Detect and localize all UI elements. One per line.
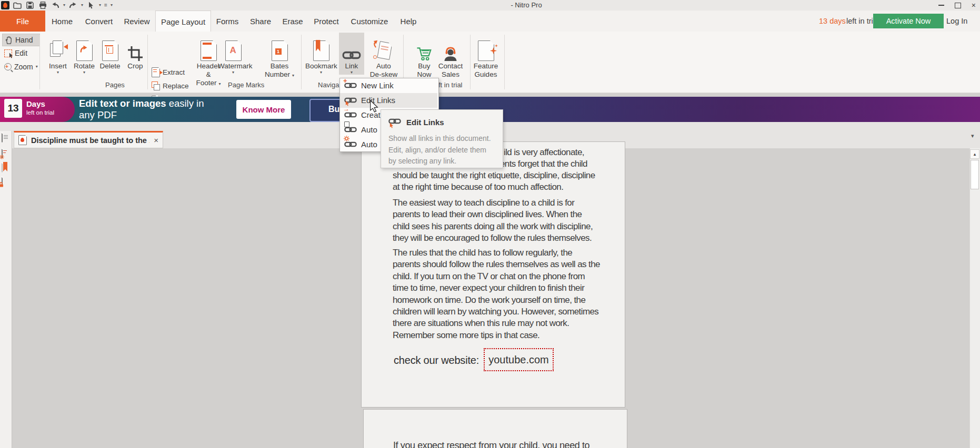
minimize-button[interactable]: [938, 5, 944, 6]
undo-icon[interactable]: [51, 1, 60, 9]
hand-tool-button[interactable]: Hand: [2, 34, 40, 46]
window-title: - Nitro Pro: [474, 1, 579, 9]
auto-link-gear-icon: [340, 140, 361, 148]
select-tool-dropdown-icon[interactable]: ▾: [99, 3, 101, 7]
tab-customize[interactable]: Customize: [346, 11, 394, 32]
banner-buy-label: Bu: [328, 105, 339, 114]
redo-icon[interactable]: [68, 1, 78, 9]
nitro-logo-icon: [1, 1, 9, 9]
extract-button[interactable]: Extract: [152, 67, 185, 77]
edit-tool-button[interactable]: Edit: [2, 47, 39, 59]
auto-deskew-button[interactable]: Auto De-skew: [366, 33, 402, 79]
bates-number-label: Bates Number ▾: [263, 62, 296, 79]
tab-page-layout[interactable]: Page Layout: [155, 11, 211, 32]
menu-item-new-link[interactable]: + New Link: [340, 78, 437, 93]
zoom-dropdown-icon: ▾: [36, 65, 38, 69]
menu-bar: File Home Convert Review Page Layout For…: [0, 11, 980, 32]
buy-now-label: Buy Now: [412, 62, 437, 79]
tab-erase[interactable]: Erase: [277, 11, 308, 32]
nitro-pro-window: ▾ ▾ ▾ ≡ ▾ - Nitro Pro × File Home Conver…: [0, 0, 980, 448]
delete-pages-button[interactable]: Delete: [98, 33, 122, 70]
tab-protect[interactable]: Protect: [308, 11, 344, 32]
trial-days-number: 13: [4, 99, 22, 118]
rotate-pages-icon: [72, 33, 97, 62]
group-label-page-marks: Page Marks: [228, 81, 264, 89]
rotate-label: Rotate: [72, 62, 97, 70]
title-bar: ▾ ▾ ▾ ≡ ▾ - Nitro Pro ×: [0, 0, 980, 11]
bookmark-dropdown-icon: ▾: [305, 70, 337, 75]
tab-bar-chevron-icon[interactable]: ▾: [971, 133, 974, 139]
tooltip-body: Show all links in this document. Edit, a…: [388, 133, 491, 167]
crop-pages-button[interactable]: Crop: [123, 33, 147, 70]
tab-share[interactable]: Share: [245, 11, 276, 32]
doc-paragraph3: The rules that the child has to follow r…: [393, 247, 600, 341]
replace-label: Replace: [163, 82, 189, 90]
doc-link-prefix: check our website:: [394, 354, 479, 366]
login-button[interactable]: Log In: [946, 11, 967, 32]
link-button[interactable]: Link ▾: [339, 33, 364, 75]
save-icon[interactable]: [25, 1, 35, 9]
undo-dropdown-icon[interactable]: ▾: [63, 3, 65, 7]
know-more-button[interactable]: Know More: [236, 100, 291, 119]
trial-days-blob: 13 Days left on trial: [0, 97, 75, 122]
select-tool-icon[interactable]: [86, 1, 96, 9]
tab-file[interactable]: File: [0, 11, 45, 32]
doc-paragraph1-fragment1: ild is very affectionate,: [504, 147, 584, 158]
link-icon: [339, 33, 364, 62]
delete-pages-icon: [98, 33, 122, 62]
document-tab[interactable]: Discipline must be taught to the ... ×: [14, 131, 163, 148]
insert-pages-button[interactable]: Insert ▾: [45, 33, 71, 75]
tooltip-title: Edit Links: [406, 118, 444, 127]
activate-now-button[interactable]: Activate Now: [873, 14, 944, 28]
tab-forms[interactable]: Forms: [211, 11, 244, 32]
auto-link-label-2: Auto: [361, 140, 377, 149]
extract-label: Extract: [163, 68, 185, 76]
customize-qat-icon[interactable]: ≡: [104, 3, 107, 7]
new-link-icon: +: [340, 82, 361, 89]
tab-convert[interactable]: Convert: [80, 11, 118, 32]
scrollbar-thumb[interactable]: [971, 160, 979, 189]
watermark-dropdown-icon: ▾: [218, 70, 248, 75]
rotate-dropdown-icon: ▾: [72, 70, 97, 75]
bookmark-button[interactable]: Bookmark ▾: [305, 33, 337, 75]
auto-deskew-icon: [366, 33, 402, 62]
tab-review[interactable]: Review: [118, 11, 155, 32]
sidebar-pages-icon[interactable]: [2, 133, 3, 142]
watermark-button[interactable]: A Watermark ▾: [218, 33, 248, 75]
tab-home[interactable]: Home: [46, 11, 78, 32]
tab-help[interactable]: Help: [395, 11, 422, 32]
sidebar-bookmarks-icon[interactable]: [2, 163, 3, 172]
buy-now-button[interactable]: Buy Now: [412, 33, 437, 79]
zoom-icon: +: [4, 63, 12, 70]
open-file-icon[interactable]: [13, 1, 22, 9]
feature-guides-button[interactable]: Feature Guides: [469, 33, 502, 79]
restore-button[interactable]: [955, 3, 961, 8]
customize-qat-dropdown-icon[interactable]: ▾: [111, 3, 113, 7]
link-dropdown-icon: ▾: [339, 70, 364, 75]
mouse-cursor: [369, 100, 378, 115]
contact-sales-button[interactable]: Contact Sales: [434, 33, 467, 79]
edit-links-tooltip: Edit Links Show all links in this docume…: [381, 109, 503, 168]
group-label-trial: ft in trial: [438, 81, 463, 89]
print-icon[interactable]: [38, 1, 47, 9]
menu-item-edit-links[interactable]: Edit Links: [340, 93, 437, 108]
bates-number-button[interactable]: 1 Bates Number ▾: [263, 33, 296, 79]
scroll-up-button[interactable]: ▴: [970, 149, 979, 159]
feature-guides-label: Feature Guides: [469, 62, 502, 79]
trial-days-label: Days: [26, 99, 45, 108]
watermark-icon: A: [218, 33, 248, 62]
sidebar-security-icon[interactable]: [2, 177, 3, 187]
zoom-tool-button[interactable]: + Zoom ▾: [2, 61, 39, 73]
replace-button[interactable]: Replace: [152, 82, 189, 90]
rotate-pages-button[interactable]: Rotate ▾: [72, 33, 97, 75]
zoom-tool-label: Zoom: [14, 63, 33, 71]
tab-close-icon[interactable]: ×: [154, 136, 158, 145]
close-button[interactable]: ×: [972, 2, 976, 9]
doc-paragraph1: should be taught the right etiquette, di…: [393, 170, 595, 194]
crop-pages-icon: [123, 33, 147, 62]
youtube-link-annotation[interactable]: youtube.com: [484, 348, 554, 371]
vertical-scrollbar[interactable]: [969, 148, 980, 448]
sidebar-signatures-icon[interactable]: [2, 149, 3, 158]
insert-dropdown-icon: ▾: [45, 70, 71, 75]
redo-dropdown-icon[interactable]: ▾: [81, 3, 83, 7]
